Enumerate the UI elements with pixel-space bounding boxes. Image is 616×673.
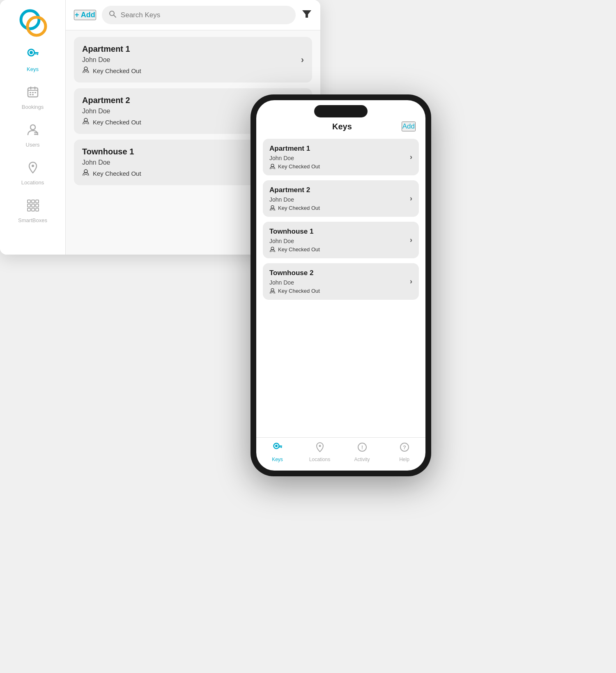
key-card-title-1: Apartment 2 <box>82 96 141 105</box>
svg-rect-23 <box>28 204 30 207</box>
key-card-status-1: Key Checked Out <box>82 117 141 126</box>
phone-key-status-2: Key Checked Out <box>269 246 320 253</box>
svg-rect-21 <box>32 200 34 203</box>
phone-nav-help-icon: ? <box>399 442 410 455</box>
phone-notch <box>314 105 368 117</box>
phone-checkout-icon-0 <box>269 163 276 170</box>
phone-chevron-0: › <box>410 153 412 161</box>
phone-key-card-0[interactable]: Apartment 1 John Doe Key Checked Out › <box>263 139 419 175</box>
phone-nav-activity-icon: ! <box>357 442 368 455</box>
key-card-info-1: Apartment 2 John Doe Key Checked Out <box>82 96 141 126</box>
phone-container: Keys Add Apartment 1 John Doe <box>251 94 431 476</box>
svg-rect-12 <box>32 92 34 93</box>
key-status-text-0: Key Checked Out <box>93 67 141 74</box>
svg-text:?: ? <box>403 444 406 450</box>
svg-rect-42 <box>281 447 282 448</box>
key-card-info-2: Townhouse 1 John Doe Key Checked Out <box>82 147 141 178</box>
svg-rect-5 <box>37 53 38 55</box>
phone-chevron-3: › <box>410 277 412 286</box>
svg-line-30 <box>114 15 116 17</box>
svg-rect-4 <box>34 52 39 53</box>
svg-rect-11 <box>30 92 31 93</box>
sidebar-item-locations[interactable]: Locations <box>0 154 65 192</box>
svg-point-44 <box>319 445 321 447</box>
checkout-icon-0 <box>82 66 90 75</box>
add-button[interactable]: + Add <box>74 10 96 20</box>
svg-rect-18 <box>34 134 38 135</box>
sidebar-label-smartboxes: SmartBoxes <box>18 217 47 223</box>
phone-keys-list: Apartment 1 John Doe Key Checked Out › <box>256 136 425 437</box>
phone-chevron-2: › <box>410 236 412 244</box>
key-card-title-0: Apartment 1 <box>82 44 141 54</box>
app-logo <box>18 8 47 37</box>
sidebar-item-smartboxes[interactable]: SmartBoxes <box>0 192 65 230</box>
phone-nav-help[interactable]: ? Help <box>383 442 425 462</box>
phone-nav-activity[interactable]: ! Activity <box>341 442 383 462</box>
phone-key-status-text-2: Key Checked Out <box>278 246 320 253</box>
search-icon <box>108 10 117 20</box>
svg-rect-22 <box>36 200 39 203</box>
phone-key-status-3: Key Checked Out <box>269 288 320 294</box>
phone-key-card-info-2: Townhouse 1 John Doe Key Checked Out <box>269 227 320 253</box>
users-icon <box>26 123 39 139</box>
key-card-user-2: John Doe <box>82 159 141 166</box>
svg-rect-27 <box>32 208 34 211</box>
sidebar-label-users: Users <box>26 142 40 148</box>
phone-key-card-info-0: Apartment 1 John Doe Key Checked Out <box>269 145 320 170</box>
phone-key-card-2[interactable]: Townhouse 1 John Doe Key Checked Out › <box>263 222 419 258</box>
phone-key-card-3[interactable]: Townhouse 2 John Doe Key Checked Out › <box>263 263 419 300</box>
phone-key-title-1: Apartment 2 <box>269 186 320 194</box>
phone-frame: Keys Add Apartment 1 John Doe <box>251 94 431 476</box>
phone-add-button[interactable]: Add <box>402 122 416 131</box>
svg-rect-13 <box>34 92 36 93</box>
phone-nav-locations[interactable]: Locations <box>299 442 341 462</box>
svg-point-3 <box>30 51 33 54</box>
sidebar-label-bookings: Bookings <box>22 104 44 110</box>
search-input[interactable] <box>121 11 289 19</box>
locations-icon <box>26 161 39 177</box>
svg-rect-25 <box>36 204 39 207</box>
keys-icon <box>26 48 39 64</box>
sidebar-item-users[interactable]: Users <box>0 117 65 154</box>
svg-rect-41 <box>278 446 282 447</box>
phone-key-status-text-1: Key Checked Out <box>278 205 320 211</box>
checkout-icon-2 <box>82 169 90 178</box>
phone-checkout-icon-2 <box>269 246 276 253</box>
phone-nav-locations-label: Locations <box>309 457 330 462</box>
svg-rect-26 <box>28 208 30 211</box>
filter-icon[interactable] <box>301 9 312 22</box>
key-card-user-1: John Doe <box>82 108 141 115</box>
svg-point-16 <box>30 125 35 130</box>
phone-key-status-text-3: Key Checked Out <box>278 288 320 294</box>
sidebar: Keys Bookings <box>0 0 66 255</box>
phone-key-status-1: Key Checked Out <box>269 205 320 211</box>
svg-rect-28 <box>36 208 39 211</box>
svg-point-40 <box>275 445 278 447</box>
svg-rect-14 <box>30 94 31 95</box>
sidebar-item-bookings[interactable]: Bookings <box>0 79 65 117</box>
phone-nav-locations-icon <box>315 442 325 455</box>
phone-checkout-icon-1 <box>269 205 276 211</box>
phone-key-title-2: Townhouse 1 <box>269 227 320 236</box>
phone-screen: Keys Add Apartment 1 John Doe <box>256 100 425 471</box>
phone-title: Keys <box>283 122 402 131</box>
sidebar-label-keys: Keys <box>27 66 39 72</box>
desktop-key-card-0[interactable]: Apartment 1 John Doe Key Checked Out <box>74 37 312 83</box>
svg-rect-15 <box>32 94 34 95</box>
checkout-icon-1 <box>82 117 90 126</box>
svg-rect-43 <box>279 447 280 448</box>
phone-nav-keys[interactable]: Keys <box>256 442 299 462</box>
key-card-user-0: John Doe <box>82 56 141 64</box>
bookings-icon <box>26 85 39 101</box>
phone-key-status-text-0: Key Checked Out <box>278 163 320 170</box>
key-card-status-2: Key Checked Out <box>82 169 141 178</box>
phone-key-card-info-1: Apartment 2 John Doe Key Checked Out <box>269 186 320 211</box>
svg-rect-6 <box>35 53 37 55</box>
phone-key-title-3: Townhouse 2 <box>269 269 320 277</box>
phone-key-card-1[interactable]: Apartment 2 John Doe Key Checked Out › <box>263 180 419 217</box>
top-bar: + Add <box>66 0 320 30</box>
sidebar-item-keys[interactable]: Keys <box>0 41 65 79</box>
smartboxes-icon <box>26 199 39 215</box>
key-status-text-2: Key Checked Out <box>93 170 141 177</box>
phone-key-status-0: Key Checked Out <box>269 163 320 170</box>
